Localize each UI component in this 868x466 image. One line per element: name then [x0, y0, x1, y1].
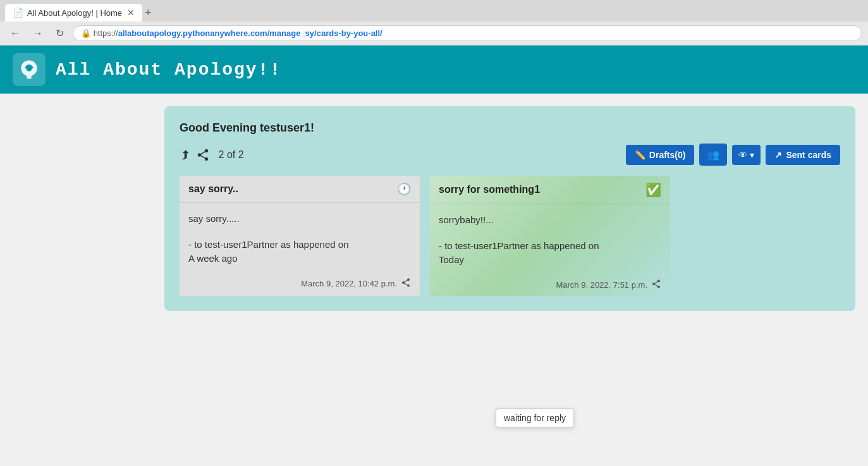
card-2-check-icon: ✅ — [645, 182, 661, 197]
sent-cards-button[interactable]: ↗ Sent cards — [766, 145, 840, 165]
card-2-text-line2: - to test-user1Partner as happened on — [439, 239, 661, 254]
browser-chrome: 📄 All About Apology! | Home ✕ + ← → ↻ 🔒 … — [0, 0, 868, 46]
tab-close-button[interactable]: ✕ — [127, 8, 135, 18]
content-panel: Good Evening testuser1! ⮭ 2 of 2 ✏️ Draf… — [164, 106, 855, 311]
app-logo — [13, 53, 46, 86]
eye-dropdown-button[interactable]: 👁 ▾ — [732, 145, 761, 165]
sent-label: Sent cards — [786, 150, 831, 160]
card-1-text-line2: - to test-user1Partner as happened on — [188, 238, 411, 252]
card-2-footer: March 9, 2022, 7:51 p.m. — [430, 274, 670, 296]
card-1-timestamp: March 9, 2022, 10:42 p.m. — [301, 279, 397, 288]
card-1-body: say sorry..... - to test-user1Partner as… — [180, 203, 420, 273]
export-icon — [196, 148, 210, 162]
tab-page-icon: 📄 — [13, 8, 23, 18]
dropdown-arrow-icon: ▾ — [750, 150, 754, 160]
card-1-text-line1: say sorry..... — [188, 212, 411, 226]
forward-button[interactable]: → — [29, 27, 47, 40]
back-button[interactable]: ← — [6, 27, 24, 40]
new-tab-button[interactable]: + — [145, 6, 152, 20]
share-icon: ⮭ — [180, 147, 210, 162]
card-count: 2 of 2 — [219, 149, 244, 161]
active-tab[interactable]: 📄 All About Apology! | Home ✕ — [5, 4, 142, 21]
users-icon: 👥 — [707, 149, 719, 160]
card-2-body: sorrybaby!!... - to test-user1Partner as… — [430, 204, 670, 274]
card-1-share-icon[interactable] — [401, 278, 411, 290]
tab-bar: 📄 All About Apology! | Home ✕ + — [0, 0, 868, 21]
address-bar: ← → ↻ 🔒 https://allaboutapology.pythonan… — [0, 21, 868, 45]
card-1-clock-icon: 🕐 — [397, 182, 411, 196]
edit-icon: ✏️ — [635, 150, 645, 160]
svg-point-0 — [27, 66, 32, 71]
share-icon-1 — [401, 278, 411, 288]
toolbar: ⮭ 2 of 2 ✏️ Drafts(0) 👥 👁 ▾ ↗ Sent cards — [180, 144, 840, 166]
greeting-text: Good Evening testuser1! — [180, 121, 840, 135]
url-path: /manage_sy/cards-by-you-all/ — [267, 28, 382, 38]
card-2-text-line1: sorrybaby!!... — [439, 213, 661, 228]
card-2-header: sorry for something1 ✅ — [430, 176, 670, 204]
app-title: All About Apology!! — [56, 60, 281, 80]
card-1-header: say sorry.. 🕐 — [180, 176, 420, 203]
eye-icon: 👁 — [738, 150, 747, 160]
reload-button[interactable]: ↻ — [52, 26, 68, 40]
card-2-text-line3: Today — [439, 253, 661, 267]
card-2-timestamp: March 9, 2022, 7:51 p.m. — [556, 280, 647, 290]
sent-icon: ↗ — [774, 150, 782, 160]
card-1-footer: March 9, 2022, 10:42 p.m. — [180, 273, 420, 295]
main-content: Good Evening testuser1! ⮭ 2 of 2 ✏️ Draf… — [0, 94, 868, 324]
card-1-text-line3: A week ago — [188, 252, 411, 266]
url-domain: allaboutapology.pythonanywhere.com — [118, 28, 267, 38]
card-1[interactable]: say sorry.. 🕐 say sorry..... - to test-u… — [180, 176, 420, 296]
share-icon-2 — [651, 279, 661, 289]
card-1-title: say sorry.. — [188, 183, 238, 195]
waiting-for-reply-tooltip: waiting for reply — [496, 408, 574, 427]
card-2[interactable]: sorry for something1 ✅ sorrybaby!!... - … — [430, 176, 670, 296]
drafts-button[interactable]: ✏️ Drafts(0) — [626, 145, 695, 165]
tooltip-text: waiting for reply — [504, 413, 566, 423]
lock-icon: 🔒 — [81, 28, 91, 38]
card-2-title: sorry for something1 — [439, 184, 540, 195]
app-header: All About Apology!! — [0, 46, 868, 94]
users-button[interactable]: 👥 — [699, 144, 727, 166]
cards-grid: say sorry.. 🕐 say sorry..... - to test-u… — [180, 176, 840, 296]
tab-title: All About Apology! | Home — [27, 8, 122, 18]
url-bar[interactable]: 🔒 https://allaboutapology.pythonanywhere… — [73, 25, 862, 41]
card-2-share-icon[interactable] — [651, 279, 661, 291]
logo-icon — [18, 58, 40, 81]
drafts-label: Drafts(0) — [649, 150, 686, 160]
url-text: https://allaboutapology.pythonanywhere.c… — [94, 28, 382, 38]
